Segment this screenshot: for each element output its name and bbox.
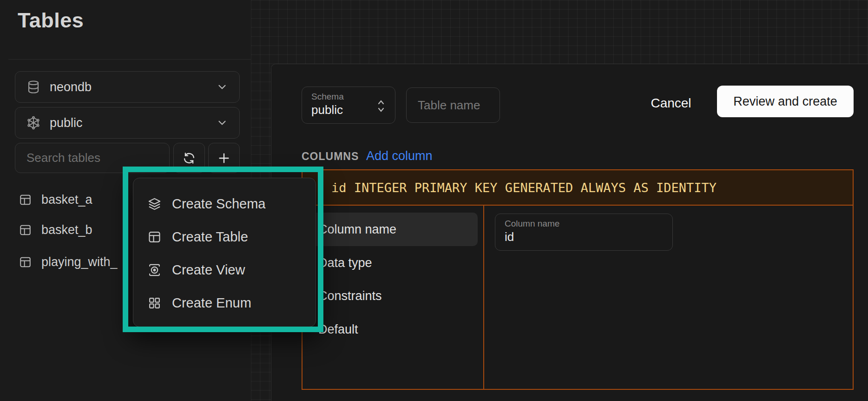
menu-item-create-schema[interactable]: Create Schema <box>133 187 316 221</box>
nav-item-column-name[interactable]: Column name <box>308 213 478 246</box>
layers-icon <box>147 197 162 211</box>
columns-section-header: COLUMNS <box>302 150 359 163</box>
sidebar-divider <box>8 59 251 60</box>
chevron-down-icon <box>216 81 228 93</box>
refresh-tables-button[interactable] <box>173 143 205 173</box>
app-window: Tables neondb <box>0 0 868 401</box>
column-editor-body: Column name Data type Constraints Defaul… <box>302 206 853 389</box>
search-tables-input[interactable]: Search tables <box>15 143 170 173</box>
schema-select[interactable]: public <box>15 107 240 139</box>
schema-select-value: public <box>50 116 207 130</box>
menu-item-create-view[interactable]: Create View <box>133 254 316 287</box>
database-icon <box>26 80 40 94</box>
page-title: Tables <box>18 8 84 33</box>
table-name-placeholder: Table name <box>418 98 480 113</box>
add-column-link[interactable]: Add column <box>366 149 433 163</box>
search-placeholder: Search tables <box>26 151 100 165</box>
menu-item-label: Create View <box>172 262 245 278</box>
chevron-down-icon <box>216 117 228 129</box>
nav-item-default[interactable]: Default <box>308 313 478 346</box>
schema-field-label: Schema <box>311 92 386 102</box>
column-editor-fields: Column name id <box>484 206 853 389</box>
menu-item-label: Create Enum <box>172 295 251 311</box>
cancel-button[interactable]: Cancel <box>643 93 699 114</box>
column-editor: id INTEGER PRIMARY KEY GENERATED ALWAYS … <box>302 169 854 390</box>
schema-field-select[interactable]: Schema public <box>302 87 395 124</box>
column-editor-nav: Column name Data type Constraints Defaul… <box>302 206 484 389</box>
nav-item-data-type[interactable]: Data type <box>308 246 478 280</box>
schema-field-value: public <box>311 103 386 117</box>
database-select[interactable]: neondb <box>15 71 240 103</box>
table-name: basket_a <box>41 193 92 207</box>
column-definition-row[interactable]: id INTEGER PRIMARY KEY GENERATED ALWAYS … <box>302 170 853 206</box>
database-select-value: neondb <box>50 80 207 94</box>
nav-item-constraints[interactable]: Constraints <box>308 279 478 313</box>
menu-item-create-enum[interactable]: Create Enum <box>133 287 316 320</box>
create-table-panel: Schema public Table name Cancel Review a… <box>271 64 868 401</box>
plus-icon <box>217 151 231 166</box>
column-name-input[interactable]: Column name id <box>495 214 673 251</box>
create-dropdown-menu: Create Schema Create Table Create View C… <box>133 178 316 327</box>
grid-icon <box>147 296 162 310</box>
column-name-input-label: Column name <box>505 219 663 229</box>
table-name: basket_b <box>41 223 92 237</box>
review-and-create-button[interactable]: Review and create <box>717 86 854 117</box>
refresh-icon <box>182 151 196 165</box>
updown-chevrons-icon <box>375 98 387 114</box>
column-sql-text: id INTEGER PRIMARY KEY GENERATED ALWAYS … <box>331 180 717 195</box>
table-name: playing_with_ <box>41 255 118 269</box>
menu-item-label: Create Schema <box>172 196 266 212</box>
menu-item-create-table[interactable]: Create Table <box>133 221 316 254</box>
schema-icon <box>26 115 40 130</box>
column-name-input-value: id <box>505 230 663 244</box>
create-new-button[interactable] <box>208 143 240 173</box>
menu-item-label: Create Table <box>172 229 248 245</box>
table-icon <box>19 223 32 237</box>
table-name-input[interactable]: Table name <box>406 87 500 123</box>
table-icon <box>19 193 32 207</box>
eye-icon <box>147 263 162 277</box>
table-icon <box>147 230 162 244</box>
table-icon <box>19 255 32 269</box>
